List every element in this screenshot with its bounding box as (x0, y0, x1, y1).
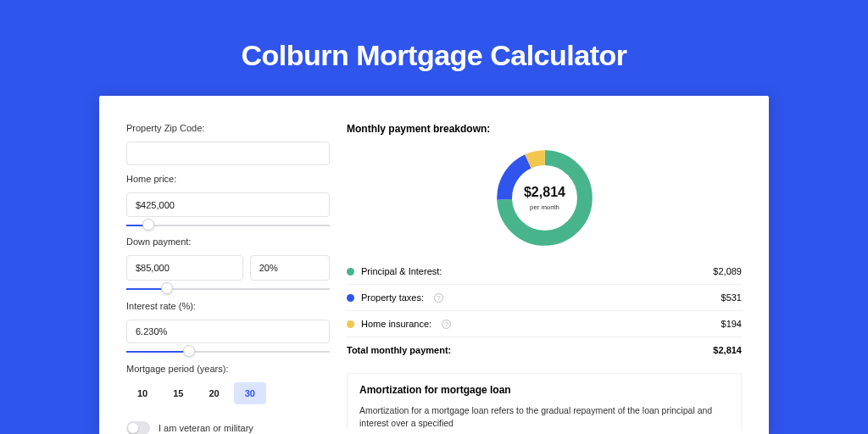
total-label: Total monthly payment: (347, 345, 451, 355)
legend-dot-icon (347, 268, 354, 275)
info-icon[interactable]: ? (434, 293, 443, 303)
rate-slider[interactable] (126, 348, 330, 355)
veteran-label: I am veteran or military (159, 423, 253, 433)
donut-center-value: $2,814 (523, 184, 565, 199)
period-label: Mortgage period (years): (126, 364, 330, 374)
breakdown-item-label: Property taxes: (361, 292, 424, 303)
form-panel: Property Zip Code: Home price: Down paym… (126, 123, 330, 434)
legend-dot-icon (347, 294, 354, 302)
zip-input[interactable] (126, 142, 330, 165)
total-value: $2,814 (713, 345, 742, 355)
breakdown-panel: Monthly payment breakdown: $2,814 per mo… (347, 123, 742, 434)
home-price-input[interactable] (126, 192, 330, 216)
down-payment-label: Down payment: (126, 236, 330, 247)
rate-input[interactable] (126, 320, 330, 343)
legend-dot-icon (347, 320, 354, 328)
period-button-20[interactable]: 20 (198, 382, 231, 404)
breakdown-total-row: Total monthly payment:$2,814 (347, 337, 742, 363)
amortization-card: Amortization for mortgage loan Amortizat… (347, 373, 742, 430)
veteran-toggle[interactable] (126, 421, 150, 434)
period-buttons: 10152030 (126, 382, 330, 404)
breakdown-item-value: $194 (721, 319, 742, 329)
calculator-card: Property Zip Code: Home price: Down paym… (99, 96, 769, 434)
zip-label: Property Zip Code: (126, 123, 330, 133)
breakdown-item-label: Principal & Interest: (361, 266, 442, 276)
donut-center-sub: per month (530, 203, 559, 211)
breakdown-item-value: $531 (721, 292, 742, 303)
breakdown-item-value: $2,089 (713, 266, 742, 276)
home-price-label: Home price: (126, 174, 330, 184)
breakdown-row: Principal & Interest:$2,089 (347, 266, 742, 284)
down-payment-input[interactable] (126, 255, 243, 281)
home-price-slider[interactable] (126, 222, 330, 229)
breakdown-row: Property taxes:?$531 (347, 284, 742, 310)
donut-chart: $2,814 per month (347, 140, 742, 266)
amortization-body: Amortization for a mortgage loan refers … (359, 404, 729, 430)
breakdown-item-label: Home insurance: (361, 319, 431, 329)
down-payment-pct-input[interactable] (250, 255, 330, 281)
period-button-30[interactable]: 30 (234, 382, 266, 404)
info-icon[interactable]: ? (442, 320, 451, 329)
period-button-10[interactable]: 10 (126, 382, 159, 404)
amortization-heading: Amortization for mortgage loan (359, 384, 729, 396)
period-button-15[interactable]: 15 (162, 382, 194, 404)
rate-label: Interest rate (%): (126, 301, 330, 311)
donut-svg: $2,814 per month (492, 145, 598, 251)
breakdown-row: Home insurance:?$194 (347, 310, 742, 337)
page-title: Colburn Mortgage Calculator (0, 0, 868, 96)
breakdown-rows: Principal & Interest:$2,089Property taxe… (347, 266, 742, 363)
down-payment-slider[interactable] (126, 286, 330, 292)
breakdown-title: Monthly payment breakdown: (347, 123, 742, 135)
